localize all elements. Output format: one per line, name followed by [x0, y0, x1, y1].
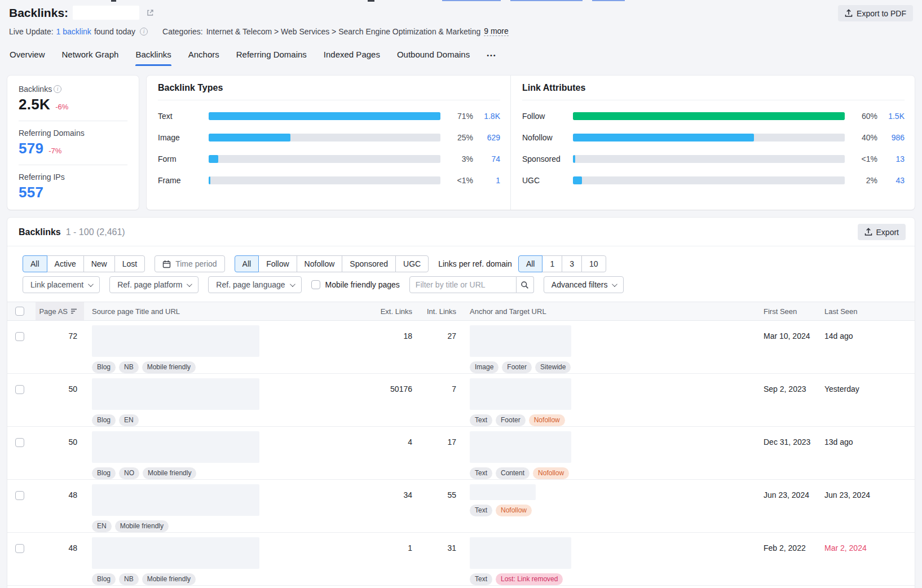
bar-count-link[interactable]: 74 [478, 154, 500, 163]
filter-option-3[interactable]: 3 [562, 255, 582, 272]
table-row[interactable]: 48 ENMobile friendly 34 55 TextNofollow … [7, 480, 915, 533]
filter-option-new[interactable]: New [83, 255, 115, 272]
redacted-anchor-target-url[interactable] [470, 537, 571, 569]
tab-overview[interactable]: Overview [10, 50, 45, 66]
redacted-source-title-url[interactable] [92, 431, 259, 463]
redacted-source-title-url[interactable] [92, 325, 259, 357]
anchor-tags: ImageFooterSitewide [470, 361, 764, 373]
column-header-page-as[interactable]: Page AS [36, 302, 84, 320]
filter-option-all[interactable]: All [235, 255, 259, 272]
stat-refdomains-value[interactable]: 579 [19, 140, 43, 157]
search-button[interactable] [517, 276, 534, 293]
bar-count-link[interactable]: 1 [478, 176, 500, 185]
row-checkbox[interactable] [15, 332, 24, 341]
row-checkbox[interactable] [15, 491, 24, 500]
export-button[interactable]: Export [858, 224, 906, 240]
filter-option-10[interactable]: 10 [581, 255, 606, 272]
tab-backlinks[interactable]: Backlinks [135, 50, 171, 66]
search-input[interactable] [409, 276, 517, 293]
redacted-anchor-target-url[interactable] [470, 325, 571, 357]
tab-more[interactable]: ••• [487, 50, 497, 66]
redacted-source-title-url[interactable] [92, 484, 259, 516]
table-row[interactable]: 72 BlogNBMobile friendly 18 27 ImageFoot… [7, 321, 915, 374]
filter-option-lost[interactable]: Lost [114, 255, 145, 272]
export-to-pdf-button[interactable]: Export to PDF [838, 5, 913, 21]
column-header-last-seen[interactable]: Last Seen [824, 302, 915, 320]
tab-referring-domains[interactable]: Referring Domains [236, 50, 307, 66]
row-checkbox[interactable] [15, 385, 24, 394]
chart-bar-row: Sponsored <1% 13 [522, 148, 905, 170]
stat-refips-value[interactable]: 557 [19, 184, 43, 201]
tab-indexed-pages[interactable]: Indexed Pages [324, 50, 380, 66]
anchor-tags: TextContentNofollow [470, 467, 764, 479]
anchor-tags: TextLost: Link removed [470, 573, 764, 585]
redacted-anchor-target-url[interactable] [470, 484, 536, 500]
column-header-source[interactable]: Source page Title and URL [84, 302, 366, 320]
bar-fill [209, 176, 210, 184]
redacted-anchor-target-url[interactable] [470, 431, 571, 463]
live-update-link[interactable]: 1 backlink [56, 27, 91, 36]
redacted-source-title-url[interactable] [92, 378, 259, 410]
tab-anchors[interactable]: Anchors [188, 50, 219, 66]
filter-option-ugc[interactable]: UGC [395, 255, 429, 272]
chart-bar-row: Text 71% 1.8K [158, 105, 500, 127]
select-all-checkbox[interactable] [15, 307, 24, 316]
table-row[interactable]: 50 BlogNOMobile friendly 4 17 TextConten… [7, 427, 915, 480]
ref-page-language-dropdown[interactable]: Ref. page language [208, 276, 301, 293]
table-row[interactable]: 48 BlogNBMobile friendly 1 31 TextLost: … [7, 533, 915, 586]
tab-network-graph[interactable]: Network Graph [62, 50, 119, 66]
mobile-friendly-checkbox[interactable] [311, 280, 320, 289]
bar-count-link[interactable]: 1.8K [478, 112, 500, 121]
bar-track [209, 155, 440, 163]
bar-count-link[interactable]: 43 [882, 176, 905, 185]
redacted-source-title-url[interactable] [92, 537, 259, 569]
filter-option-active[interactable]: Active [47, 255, 84, 272]
row-checkbox[interactable] [15, 544, 24, 553]
filter-option-all[interactable]: All [518, 255, 543, 272]
tag-mobile-friendly: Mobile friendly [142, 573, 196, 585]
tag-mobile-friendly: Mobile friendly [142, 361, 196, 373]
column-header-first-seen[interactable]: First Seen [764, 302, 824, 320]
table-row[interactable]: 50 BlogEN 50176 7 TextFooterNofollow Sep… [7, 374, 915, 427]
search-icon [520, 281, 529, 289]
filter-option-sponsored[interactable]: Sponsored [342, 255, 396, 272]
info-icon[interactable]: i [54, 85, 61, 93]
column-header-anchor[interactable]: Anchor and Target URL [456, 302, 764, 320]
filter-option-follow[interactable]: Follow [258, 255, 297, 272]
tag-text: Text [470, 505, 492, 516]
tag-blog: Blog [92, 361, 116, 373]
links-per-domain-segment: All1310 [518, 255, 606, 272]
categories-more-link[interactable]: 9 more [484, 26, 509, 36]
int-links-value: 7 [412, 378, 456, 394]
chevron-down-icon [290, 281, 295, 287]
time-period-button[interactable]: Time period [155, 255, 224, 272]
ref-page-platform-dropdown[interactable]: Ref. page platform [109, 276, 198, 293]
divider [19, 165, 127, 165]
filter-option-all[interactable]: All [23, 255, 47, 272]
source-tags: BlogNBMobile friendly [92, 361, 366, 373]
tab-outbound-domains[interactable]: Outbound Domains [397, 50, 470, 66]
bar-count-link[interactable]: 986 [882, 133, 905, 142]
export-label: Export [876, 228, 899, 237]
advanced-filters-dropdown[interactable]: Advanced filters [544, 276, 624, 293]
info-icon[interactable]: i [140, 28, 148, 36]
tag-text: Text [470, 414, 492, 426]
row-checkbox[interactable] [15, 438, 24, 447]
bar-count-link[interactable]: 629 [478, 133, 500, 142]
filter-option-1[interactable]: 1 [542, 255, 562, 272]
bar-percent: 60% [852, 112, 877, 121]
first-seen-value: Sep 2, 2023 [764, 378, 824, 394]
column-header-int-links[interactable]: Int. Links [412, 302, 456, 320]
charts-card: Backlink Types Text 71% 1.8K Image 25% 6… [147, 76, 915, 210]
redacted-anchor-target-url[interactable] [470, 378, 571, 410]
page-header: Backlinks: Export to PDF Live Update: 1 … [0, 0, 922, 66]
column-header-ext-links[interactable]: Ext. Links [366, 302, 412, 320]
link-placement-dropdown[interactable]: Link placement [23, 276, 100, 293]
external-link-icon[interactable] [146, 8, 155, 17]
bar-label: Text [158, 112, 209, 121]
bar-label: Form [158, 154, 209, 163]
filter-option-nofollow[interactable]: Nofollow [297, 255, 343, 272]
bar-count-link[interactable]: 13 [882, 154, 905, 163]
bar-percent: 71% [447, 112, 473, 121]
bar-count-link[interactable]: 1.5K [882, 112, 905, 121]
